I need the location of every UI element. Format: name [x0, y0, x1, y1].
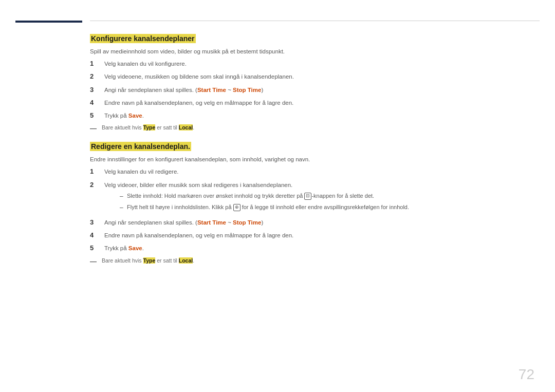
page-number: 72: [519, 366, 534, 383]
section1-steps: 1 Velg kanalen du vil konfigurere. 2 Vel…: [90, 60, 529, 120]
step-2-5: 5 Trykk på Save.: [90, 244, 529, 253]
step-2-2: 2 Velg videoer, bilder eller musikk som …: [90, 181, 529, 214]
top-divider: [90, 21, 540, 21]
step-1-3: 3 Angi når sendeplanen skal spilles. (St…: [90, 86, 529, 95]
step-text: Trykk på Save.: [104, 244, 529, 253]
sub-bullet-2: – Flytt helt til høyre i innholdslisten.…: [120, 203, 529, 212]
step-1-5: 5 Trykk på Save.: [90, 111, 529, 120]
step-number: 4: [90, 231, 104, 239]
step-2-1: 1 Velg kanalen du vil redigere.: [90, 167, 529, 176]
step-number: 5: [90, 244, 104, 252]
section2: Redigere en kanalsendeplan. Endre innsti…: [90, 141, 529, 265]
section1-title: Konfigurere kanalsendeplaner: [90, 33, 529, 44]
step-1-2: 2 Velg videoene, musikken og bildene som…: [90, 72, 529, 81]
step-1-1: 1 Velg kanalen du vil konfigurere.: [90, 60, 529, 68]
local-label: Local: [179, 124, 193, 130]
section2-desc: Endre innstillinger for en konfigurert k…: [90, 156, 529, 162]
step-text: Velg videoene, musikken og bildene som s…: [104, 72, 529, 81]
sub-bullets: – Slette innhold: Hold markøren over øns…: [120, 192, 529, 212]
section1-note: — Bare aktuelt hvis Type er satt til Loc…: [90, 124, 529, 132]
save-label: Save: [128, 113, 142, 119]
step-number: 3: [90, 218, 104, 226]
step-2-3: 3 Angi når sendeplanen skal spilles. (St…: [90, 218, 529, 227]
step-text: Angi når sendeplanen skal spilles. (Star…: [104, 218, 529, 227]
step-number: 1: [90, 167, 104, 175]
step-1-4: 4 Endre navn på kanalsendeplanen, og vel…: [90, 99, 529, 107]
local-label2: Local: [179, 257, 193, 264]
step-number: 4: [90, 99, 104, 106]
section2-steps: 1 Velg kanalen du vil redigere. 2 Velg v…: [90, 167, 529, 253]
note-text: Bare aktuelt hvis Type er satt til Local…: [102, 124, 194, 130]
step-number: 5: [90, 111, 104, 119]
step-text: Endre navn på kanalsendeplanen, og velg …: [104, 99, 529, 107]
type-label2: Type: [143, 257, 156, 264]
save-label2: Save: [128, 245, 142, 251]
section1-desc: Spill av medieinnhold som video, bilder …: [90, 48, 529, 54]
section2-note: — Bare aktuelt hvis Type er satt til Loc…: [90, 257, 529, 265]
step-number: 3: [90, 86, 104, 94]
section2-title: Redigere en kanalsendeplan.: [90, 141, 529, 152]
step-number: 2: [90, 72, 104, 80]
main-content: Konfigurere kanalsendeplaner Spill av me…: [90, 33, 529, 377]
step-text: Velg videoer, bilder eller musikk som sk…: [104, 181, 529, 214]
section1: Konfigurere kanalsendeplaner Spill av me…: [90, 33, 529, 132]
left-accent-bar: [15, 21, 82, 23]
stop-time-label2: Stop Time: [233, 219, 261, 226]
step-text: Velg kanalen du vil konfigurere.: [104, 60, 529, 68]
page: Konfigurere kanalsendeplaner Spill av me…: [0, 0, 555, 392]
start-time-label: Start Time: [197, 87, 226, 93]
step-text: Endre navn på kanalsendeplanen, og velg …: [104, 231, 529, 240]
step-number: 1: [90, 60, 104, 67]
sub-bullet-1: – Slette innhold: Hold markøren over øns…: [120, 192, 529, 201]
type-label: Type: [143, 124, 156, 130]
step-2-4: 4 Endre navn på kanalsendeplanen, og vel…: [90, 231, 529, 240]
start-time-label2: Start Time: [197, 219, 226, 226]
step-text: Velg kanalen du vil redigere.: [104, 167, 529, 176]
note-text2: Bare aktuelt hvis Type er satt til Local…: [102, 257, 194, 264]
add-icon: ⊕: [233, 204, 240, 211]
delete-icon: ⊟: [304, 193, 311, 200]
step-number: 2: [90, 181, 104, 189]
step-text: Trykk på Save.: [104, 111, 529, 120]
stop-time-label: Stop Time: [233, 87, 261, 93]
step-text: Angi når sendeplanen skal spilles. (Star…: [104, 86, 529, 95]
